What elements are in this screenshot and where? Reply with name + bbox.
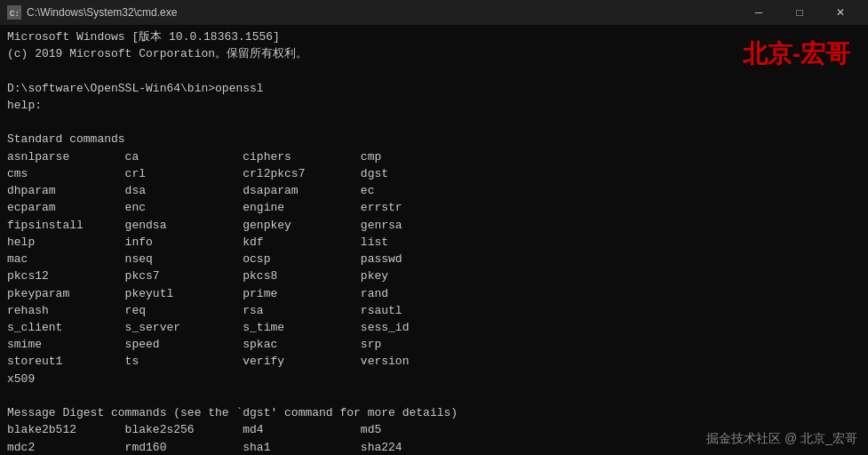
terminal-content: Microsoft Windows [版本 10.0.18363.1556] (… [7,28,861,455]
close-button[interactable]: ✕ [820,0,861,25]
maximize-button[interactable]: □ [779,0,820,25]
minimize-button[interactable]: ─ [738,0,779,25]
window-title: C:\Windows\System32\cmd.exe [27,6,177,19]
titlebar-left: C:\ C:\Windows\System32\cmd.exe [7,5,177,20]
titlebar: C:\ C:\Windows\System32\cmd.exe ─ □ ✕ [0,0,868,25]
window-controls: ─ □ ✕ [738,0,861,25]
terminal-window: Microsoft Windows [版本 10.0.18363.1556] (… [0,25,868,455]
svg-text:C:\: C:\ [10,10,20,19]
cmd-icon: C:\ [7,5,21,20]
